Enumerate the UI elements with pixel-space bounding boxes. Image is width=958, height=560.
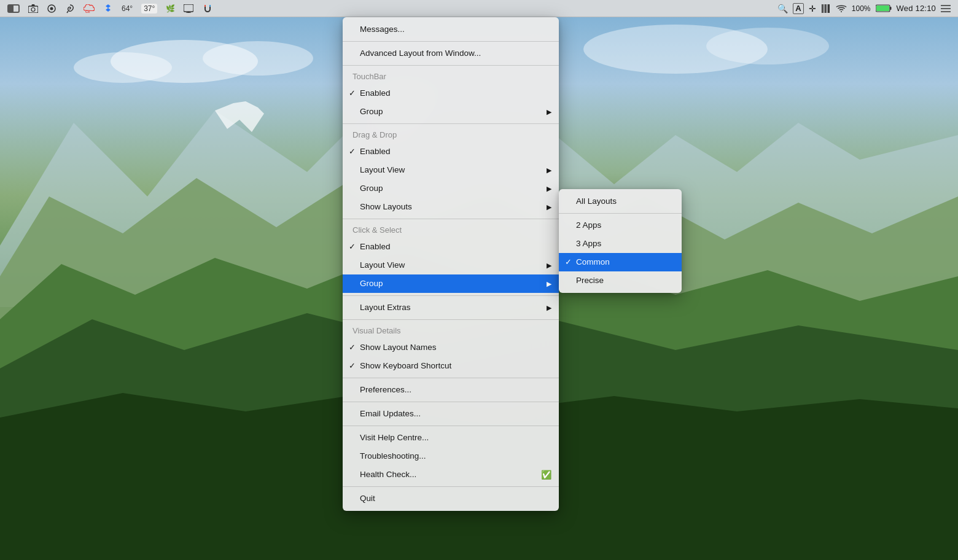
dragdrop-showlayouts-label: Show Layouts [360, 200, 412, 214]
svg-point-15 [50, 7, 53, 10]
menu-item-troubleshooting[interactable]: Troubleshooting... [343, 447, 559, 465]
submenu-item-precise[interactable]: Precise [559, 271, 682, 290]
separator-8 [343, 402, 559, 402]
magnet-icon[interactable] [202, 4, 212, 14]
separator-6 [343, 319, 559, 320]
svg-rect-30 [876, 6, 889, 11]
svg-point-8 [203, 41, 313, 76]
dragdrop-group-label: Group [360, 182, 383, 195]
menu-item-visit-help[interactable]: Visit Help Centre... [343, 429, 559, 447]
menu-item-preferences[interactable]: Preferences... [343, 381, 559, 399]
menu-item-dragdrop-group[interactable]: Group ▶ [343, 179, 559, 198]
show-keyboard-shortcut-label: Show Keyboard Shortcut [360, 359, 451, 373]
menu-item-show-keyboard-shortcut[interactable]: ✓ Show Keyboard Shortcut [343, 357, 559, 375]
menubar-left: Cc 64° 37° 🌿 [7, 4, 212, 14]
menu-item-quit[interactable]: Quit [343, 489, 559, 508]
menu-item-dragdrop-showlayouts[interactable]: Show Layouts ▶ [343, 198, 559, 216]
dragdrop-layoutview-arrow: ▶ [547, 163, 551, 177]
group-arrow: ▶ [547, 277, 551, 290]
svg-rect-29 [890, 7, 892, 10]
separator-7 [343, 378, 559, 378]
menubar-time: Wed 12:10 [897, 4, 936, 13]
menu-item-dragdrop-enabled[interactable]: ✓ Enabled [343, 142, 559, 161]
dropdown-container: Messages... Advanced Layout from Window.… [343, 17, 559, 511]
clickselect-layoutview-label: Layout View [360, 259, 405, 272]
touchbar-enabled-check: ✓ [349, 87, 356, 100]
svg-rect-12 [28, 6, 38, 13]
dragdrop-group-arrow: ▶ [547, 182, 551, 195]
common-check: ✓ [565, 255, 572, 269]
menu-item-layout-extras[interactable]: Layout Extras ▶ [343, 298, 559, 317]
menu-item-email-updates[interactable]: Email Updates... [343, 405, 559, 423]
svg-point-9 [74, 52, 172, 83]
advanced-layout-label: Advanced Layout from Window... [360, 47, 481, 60]
menu-item-clickselect-layoutview[interactable]: Layout View ▶ [343, 256, 559, 274]
creative-cloud-icon[interactable]: Cc [84, 4, 95, 13]
layout-extras-label: Layout Extras [360, 301, 411, 314]
submenu-item-3apps[interactable]: 3 Apps [559, 235, 682, 253]
submenu-item-2apps[interactable]: 2 Apps [559, 216, 682, 235]
svg-rect-24 [824, 4, 824, 13]
svg-point-13 [31, 7, 35, 11]
lasso-icon[interactable] [65, 4, 75, 14]
menu-item-touchbar-group[interactable]: Group ▶ [343, 103, 559, 121]
battery-icon [876, 4, 892, 12]
svg-rect-26 [827, 4, 827, 13]
svg-rect-25 [825, 4, 826, 13]
svg-rect-18 [184, 4, 193, 12]
barcode-icon[interactable] [821, 4, 831, 14]
clickselect-header: Click & Select [343, 222, 559, 238]
screen-capture-icon[interactable] [184, 4, 193, 13]
menu-item-show-layout-names[interactable]: ✓ Show Layout Names [343, 338, 559, 357]
email-updates-label: Email Updates... [360, 407, 421, 421]
svg-rect-27 [828, 4, 830, 13]
wifi-icon[interactable] [836, 4, 847, 13]
messages-label: Messages... [360, 23, 405, 36]
dragdrop-header: Drag & Drop [343, 126, 559, 142]
menu-item-dragdrop-layoutview[interactable]: Layout View ▶ [343, 161, 559, 179]
show-layout-names-check: ✓ [349, 341, 356, 354]
submenu-item-all-layouts[interactable]: All Layouts [559, 192, 682, 211]
svg-text:Cc: Cc [85, 10, 90, 13]
menu-list-icon[interactable] [941, 4, 951, 13]
dragdrop-layoutview-label: Layout View [360, 163, 405, 177]
menu-item-health-check[interactable]: Health Check... ✅ [343, 465, 559, 484]
move-icon[interactable]: ✛ [809, 4, 816, 14]
touchbar-header: TouchBar [343, 68, 559, 84]
search-icon[interactable]: 🔍 [777, 4, 788, 14]
battery-status-icon: 🌿 [166, 4, 175, 13]
menu-item-messages[interactable]: Messages... [343, 20, 559, 39]
menu-item-touchbar-enabled[interactable]: ✓ Enabled [343, 84, 559, 103]
common-label: Common [576, 255, 610, 269]
separator-5 [343, 295, 559, 296]
temp-display: 64° [122, 4, 133, 13]
visit-help-label: Visit Help Centre... [360, 431, 429, 445]
touchbar-group-label: Group [360, 105, 383, 119]
split-view-icon[interactable] [7, 4, 20, 13]
precise-label: Precise [576, 274, 604, 287]
font-icon[interactable]: A [793, 3, 804, 14]
camera-icon[interactable] [28, 4, 38, 13]
dropbox-icon[interactable] [103, 4, 113, 14]
group-label: Group [360, 277, 383, 290]
troubleshooting-label: Troubleshooting... [360, 449, 426, 463]
menu-item-advanced-layout[interactable]: Advanced Layout from Window... [343, 44, 559, 63]
menu-item-clickselect-enabled[interactable]: ✓ Enabled [343, 238, 559, 256]
show-layout-names-label: Show Layout Names [360, 341, 437, 354]
svg-point-11 [706, 28, 829, 64]
preferences-label: Preferences... [360, 383, 411, 397]
separator-1 [343, 41, 559, 42]
health-check-green-icon: ✅ [541, 468, 551, 481]
menu-item-group[interactable]: Group ▶ [343, 274, 559, 293]
separator-2 [343, 65, 559, 66]
battery-temp: 37° [141, 4, 157, 14]
quit-label: Quit [360, 492, 375, 505]
touchbar-enabled-label: Enabled [360, 87, 391, 100]
separator-10 [343, 486, 559, 487]
separator-4 [343, 219, 559, 219]
main-dropdown-menu: Messages... Advanced Layout from Window.… [343, 17, 559, 511]
record-icon[interactable] [47, 4, 56, 14]
show-keyboard-shortcut-check: ✓ [349, 359, 356, 373]
2apps-label: 2 Apps [576, 219, 601, 232]
submenu-item-common[interactable]: ✓ Common [559, 253, 682, 271]
